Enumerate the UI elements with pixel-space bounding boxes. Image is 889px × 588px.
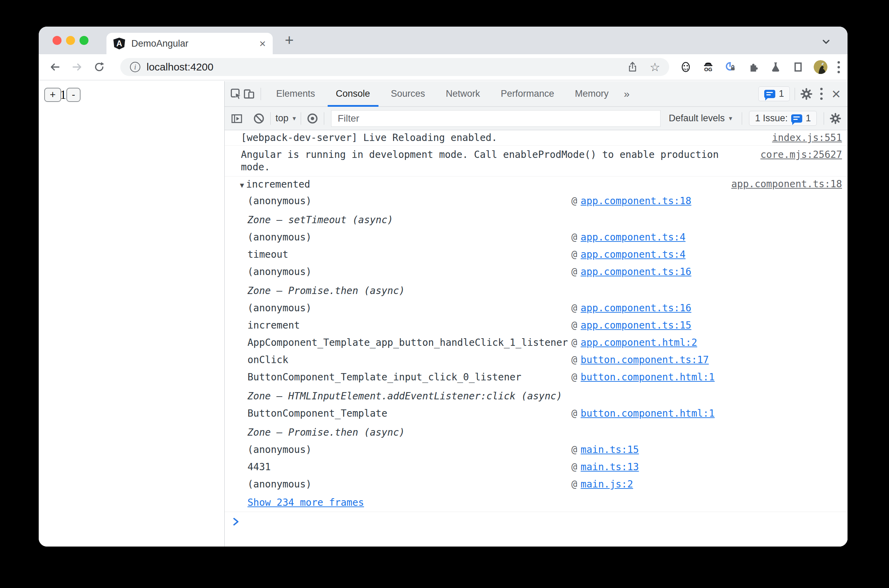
stack-frame: ButtonComponent_Template @ button.compon… bbox=[225, 405, 847, 422]
incognito-og-extension-icon[interactable]: OG bbox=[702, 61, 714, 73]
back-button[interactable] bbox=[49, 61, 61, 73]
issues-summary-button[interactable]: 1 Issue: 1 bbox=[749, 111, 817, 126]
tab-close-icon[interactable]: × bbox=[259, 38, 266, 49]
site-info-icon[interactable]: i bbox=[130, 62, 140, 72]
devtools-settings-gear-icon[interactable] bbox=[800, 87, 813, 100]
clear-console-icon[interactable] bbox=[252, 112, 266, 125]
device-toolbar-icon[interactable] bbox=[243, 87, 256, 100]
context-selector[interactable]: top ▾ bbox=[275, 113, 296, 124]
frame-at: @ bbox=[571, 354, 577, 366]
frame-at: @ bbox=[571, 248, 577, 261]
tab-search-chevron-icon[interactable] bbox=[820, 36, 832, 48]
trace-header[interactable]: ▼incremented app.component.ts:18 bbox=[225, 177, 847, 192]
tab-console[interactable]: Console bbox=[328, 81, 378, 107]
url-text[interactable]: localhost:4200 bbox=[147, 61, 213, 73]
forward-button[interactable] bbox=[71, 61, 83, 73]
collapse-triangle-icon[interactable]: ▼ bbox=[240, 181, 244, 189]
devtools-panel: Elements Console Sources Network Perform… bbox=[224, 81, 847, 546]
frame-function: (anonymous) bbox=[248, 266, 571, 278]
more-tabs-icon[interactable]: » bbox=[619, 88, 635, 100]
screenshot-stage: A DemoAngular × + i localhost:4200 bbox=[0, 0, 889, 588]
source-link[interactable]: main.js:2 bbox=[581, 478, 633, 490]
source-link[interactable]: app.component.html:2 bbox=[581, 336, 697, 349]
console-log[interactable]: [webpack-dev-server] Live Reloading enab… bbox=[225, 130, 847, 546]
tab-sources[interactable]: Sources bbox=[383, 81, 434, 107]
mask-extension-icon[interactable] bbox=[680, 61, 692, 73]
profile-avatar[interactable] bbox=[814, 60, 827, 74]
message-source-link[interactable]: index.js:551 bbox=[772, 132, 842, 144]
close-window-button[interactable] bbox=[53, 36, 62, 45]
source-link[interactable]: main.ts:13 bbox=[581, 461, 639, 473]
tab-network[interactable]: Network bbox=[438, 81, 488, 107]
browser-toolbar: i localhost:4200 ☆ OG bbox=[39, 54, 847, 81]
console-sidebar-toggle-icon[interactable] bbox=[230, 112, 243, 125]
divider bbox=[301, 112, 301, 125]
source-link[interactable]: app.component.ts:4 bbox=[581, 231, 685, 243]
show-more-frames-link[interactable]: Show 234 more frames bbox=[248, 496, 364, 509]
stack-frame: onClick @ button.component.ts:17 bbox=[225, 351, 847, 369]
frame-function: (anonymous) bbox=[248, 478, 571, 490]
stack-frame: timeout @ app.component.ts:4 bbox=[225, 246, 847, 263]
console-filter-input[interactable] bbox=[331, 110, 661, 127]
browser-tab[interactable]: A DemoAngular × bbox=[107, 33, 273, 54]
tab-performance[interactable]: Performance bbox=[493, 81, 563, 107]
window-controls bbox=[53, 36, 89, 45]
frame-at: @ bbox=[571, 195, 577, 207]
tab-strip: A DemoAngular × + bbox=[39, 27, 847, 54]
source-link[interactable]: button.component.html:1 bbox=[581, 407, 715, 420]
divider bbox=[824, 112, 824, 125]
stack-frame-async: Zone – Promise.then (async) bbox=[225, 282, 847, 300]
address-bar[interactable]: i localhost:4200 ☆ bbox=[120, 58, 669, 76]
console-prompt[interactable] bbox=[225, 512, 847, 546]
source-link[interactable]: app.component.ts:16 bbox=[581, 266, 691, 278]
frame-function: (anonymous) bbox=[248, 231, 571, 243]
decrement-button[interactable]: - bbox=[66, 88, 81, 102]
tab-elements[interactable]: Elements bbox=[268, 81, 323, 107]
share-icon[interactable] bbox=[627, 61, 638, 73]
source-link[interactable]: app.component.ts:4 bbox=[581, 248, 685, 261]
frame-function: Zone – setTimeout (async) bbox=[248, 214, 571, 226]
stack-frame: 4431 @ main.ts:13 bbox=[225, 459, 847, 476]
frame-function: (anonymous) bbox=[248, 444, 571, 456]
new-tab-button[interactable]: + bbox=[285, 32, 294, 49]
frame-at: @ bbox=[571, 266, 577, 278]
devtools-menu-icon[interactable] bbox=[820, 88, 823, 100]
frame-function: (anonymous) bbox=[248, 195, 571, 207]
log-levels-selector[interactable]: Default levels ▾ bbox=[669, 113, 733, 124]
source-link[interactable]: app.component.ts:18 bbox=[581, 195, 691, 207]
console-settings-gear-icon[interactable] bbox=[829, 112, 842, 125]
browser-menu-icon[interactable] bbox=[837, 61, 840, 73]
issues-counter-button[interactable]: 1 bbox=[758, 86, 790, 101]
source-link[interactable]: app.component.ts:15 bbox=[581, 319, 691, 332]
tab-title: DemoAngular bbox=[131, 38, 259, 49]
extensions-puzzle-icon[interactable] bbox=[747, 61, 759, 73]
stack-frame: AppComponent_Template_app_button_handleC… bbox=[225, 334, 847, 351]
source-link[interactable]: button.component.ts:17 bbox=[581, 354, 709, 366]
bookmark-star-icon[interactable]: ☆ bbox=[650, 61, 660, 73]
devtools-close-icon[interactable]: × bbox=[830, 87, 843, 101]
stack-frame: (anonymous) @ app.component.ts:16 bbox=[225, 300, 847, 317]
tab-memory[interactable]: Memory bbox=[566, 81, 617, 107]
inspect-element-icon[interactable] bbox=[230, 87, 243, 100]
frame-function: ButtonComponent_Template bbox=[248, 407, 571, 420]
message-text: [webpack-dev-server] Live Reloading enab… bbox=[241, 132, 497, 144]
increment-button[interactable]: + bbox=[44, 88, 61, 102]
frame-at: @ bbox=[571, 461, 577, 473]
stack-frame: (anonymous) @ app.component.ts:18 bbox=[225, 192, 847, 210]
zoom-window-button[interactable] bbox=[80, 36, 89, 45]
flask-extension-icon[interactable] bbox=[770, 61, 781, 73]
side-panel-icon[interactable] bbox=[792, 61, 804, 73]
reload-button[interactable] bbox=[93, 61, 105, 73]
frame-at: @ bbox=[571, 444, 577, 456]
source-link[interactable]: app.component.ts:16 bbox=[581, 302, 691, 314]
source-link[interactable]: button.component.html:1 bbox=[581, 371, 715, 384]
password-lock-extension-icon[interactable] bbox=[725, 61, 737, 73]
source-link[interactable]: main.ts:15 bbox=[581, 444, 639, 456]
live-expression-eye-icon[interactable] bbox=[306, 112, 319, 125]
issues-bubble-icon bbox=[791, 114, 802, 123]
message-source-link[interactable]: core.mjs:25627 bbox=[760, 148, 842, 161]
message-source-link[interactable]: app.component.ts:18 bbox=[731, 178, 842, 190]
trace-label: incremented bbox=[246, 178, 310, 190]
divider bbox=[794, 88, 795, 100]
minimize-window-button[interactable] bbox=[66, 36, 75, 45]
